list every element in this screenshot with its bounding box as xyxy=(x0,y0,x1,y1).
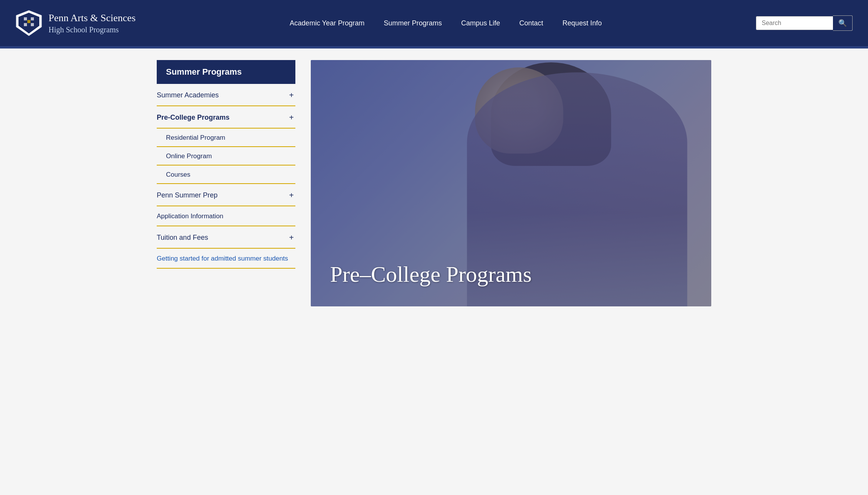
sidebar-header: Summer Programs xyxy=(157,60,295,84)
main-container: Summer Programs Summer Academies + Pre-C… xyxy=(145,60,723,306)
logo-line2: High School Programs xyxy=(49,25,136,35)
nav-campus-life[interactable]: Campus Life xyxy=(461,19,500,27)
expand-pre-college-icon: + xyxy=(289,112,294,122)
search-area: 🔍 xyxy=(756,15,853,31)
logo-text: Penn Arts & Sciences High School Program… xyxy=(49,12,136,35)
penn-shield-icon xyxy=(15,10,42,37)
sidebar-item-application-info[interactable]: Application Information xyxy=(157,206,295,226)
sidebar-subitem-online[interactable]: Online Program xyxy=(157,147,295,166)
subheader-divider xyxy=(0,46,868,48)
search-input[interactable] xyxy=(756,16,833,30)
logo-area[interactable]: Penn Arts & Sciences High School Program… xyxy=(15,10,136,37)
site-header: Penn Arts & Sciences High School Program… xyxy=(0,0,868,46)
sidebar-item-getting-started[interactable]: Getting started for admitted summer stud… xyxy=(157,249,295,269)
search-button[interactable]: 🔍 xyxy=(833,15,853,31)
svg-rect-2 xyxy=(24,17,27,20)
sidebar-label-application-info: Application Information xyxy=(157,212,223,220)
sidebar-subitem-residential[interactable]: Residential Program xyxy=(157,129,295,147)
content-area: Pre–College Programs xyxy=(311,60,711,306)
sidebar-label-courses: Courses xyxy=(166,171,190,178)
sidebar-subitem-courses[interactable]: Courses xyxy=(157,166,295,184)
nav-summer-programs[interactable]: Summer Programs xyxy=(384,19,442,27)
sidebar: Summer Programs Summer Academies + Pre-C… xyxy=(157,60,295,306)
sidebar-item-summer-academies[interactable]: Summer Academies + xyxy=(157,84,295,106)
svg-rect-6 xyxy=(27,20,30,23)
hero-title: Pre–College Programs xyxy=(330,261,532,287)
search-icon: 🔍 xyxy=(838,19,847,27)
sidebar-label-online: Online Program xyxy=(166,152,212,160)
hero-image: Pre–College Programs xyxy=(311,60,711,306)
sidebar-label-penn-summer-prep: Penn Summer Prep xyxy=(157,191,218,199)
sidebar-label-pre-college: Pre-College Programs xyxy=(157,114,230,122)
nav-contact[interactable]: Contact xyxy=(519,19,543,27)
svg-rect-4 xyxy=(24,23,27,26)
expand-summer-academies-icon: + xyxy=(289,90,294,100)
sidebar-label-summer-academies: Summer Academies xyxy=(157,91,219,99)
nav-request-info[interactable]: Request Info xyxy=(563,19,602,27)
sidebar-item-penn-summer-prep[interactable]: Penn Summer Prep + xyxy=(157,184,295,206)
nav-academic-year[interactable]: Academic Year Program xyxy=(290,19,364,27)
main-nav: Academic Year Program Summer Programs Ca… xyxy=(290,19,602,27)
expand-penn-summer-prep-icon: + xyxy=(289,190,294,200)
sidebar-label-tuition-fees: Tuition and Fees xyxy=(157,234,208,242)
sidebar-label-getting-started: Getting started for admitted summer stud… xyxy=(157,255,288,262)
svg-rect-3 xyxy=(31,17,34,20)
logo-line1: Penn Arts & Sciences xyxy=(49,12,136,25)
expand-tuition-fees-icon: + xyxy=(289,232,294,242)
sidebar-label-residential: Residential Program xyxy=(166,134,225,141)
sidebar-item-pre-college[interactable]: Pre-College Programs + xyxy=(157,106,295,129)
sidebar-item-tuition-fees[interactable]: Tuition and Fees + xyxy=(157,226,295,249)
svg-rect-5 xyxy=(31,23,34,26)
